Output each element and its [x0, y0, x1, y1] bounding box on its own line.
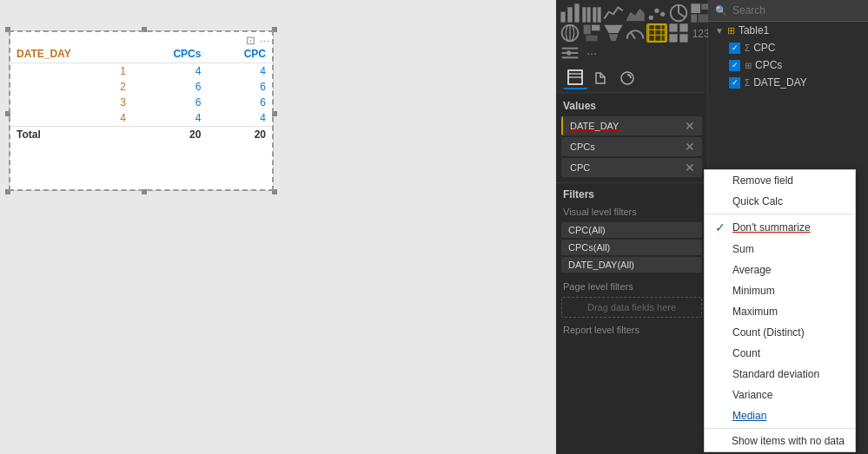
search-input[interactable]	[732, 4, 863, 16]
menu-item-variance[interactable]: Variance	[705, 385, 855, 405]
svg-rect-16	[691, 14, 697, 22]
menu-item-quick-calc[interactable]: Quick Calc	[705, 191, 855, 212]
svg-point-40	[567, 50, 571, 55]
viz-icon-funnel[interactable]	[603, 23, 624, 43]
svg-rect-35	[679, 34, 687, 42]
cell-date: 1	[10, 63, 133, 80]
field-item-cpc[interactable]: ✓ Σ CPC	[708, 39, 868, 56]
resize-handle-br[interactable]	[272, 189, 277, 194]
resize-handle-bl[interactable]	[5, 189, 10, 194]
viz-icon-filled-map[interactable]	[581, 23, 602, 43]
viz-icon-map[interactable]	[560, 23, 580, 43]
values-section-label: Values	[556, 95, 707, 115]
svg-rect-1	[567, 7, 572, 22]
svg-line-13	[679, 13, 686, 17]
viz-icon-slicer[interactable]	[560, 43, 580, 63]
svg-marker-25	[609, 34, 619, 41]
svg-rect-4	[587, 7, 591, 22]
field-item-date-day[interactable]: ✓ Σ DATE_DAY	[708, 74, 868, 91]
value-chip-date-day[interactable]: DATE_DAY ✕	[561, 116, 702, 135]
viz-icon-gauge[interactable]	[625, 23, 646, 43]
menu-label-average: Average	[732, 264, 771, 276]
viz-icon-pie[interactable]	[668, 3, 689, 23]
chip-cpc-remove[interactable]: ✕	[685, 161, 695, 174]
resize-handle-tr[interactable]	[272, 27, 277, 32]
viz-icon-matrix[interactable]	[668, 23, 689, 43]
chip-cpcs-remove[interactable]: ✕	[685, 141, 695, 153]
cell-cpc: 4	[208, 110, 273, 127]
field-checkbox-cpcs[interactable]: ✓	[729, 60, 740, 71]
visual-expand-icon[interactable]: ⊡	[246, 34, 255, 47]
resize-handle-right[interactable]	[272, 111, 277, 116]
visual-filters-label: Visual level filters	[556, 203, 707, 220]
menu-item-maximum[interactable]: Maximum	[705, 301, 855, 322]
resize-handle-top[interactable]	[142, 27, 147, 32]
cell-cpc: 6	[208, 79, 273, 95]
menu-item-show-no-data[interactable]: Show items with no data	[705, 431, 855, 451]
svg-line-26	[631, 32, 635, 39]
menu-item-count[interactable]: Count	[705, 343, 855, 364]
fields-section-table1: ▼ ⊞ Table1 ✓ Σ CPC ✓ ⊞ CPCs ✓ Σ DATE_DAY	[708, 22, 868, 91]
cell-date: 4	[10, 110, 133, 127]
report-filters-label: Report level filters	[556, 321, 707, 339]
cell-cpcs: 6	[133, 95, 209, 110]
svg-rect-0	[560, 12, 565, 23]
canvas-section: ⊡ ··· DATE_DAY CPCs CPC	[0, 0, 556, 454]
viz-icon-line[interactable]	[603, 3, 624, 23]
visual-more-icon[interactable]: ···	[260, 34, 269, 47]
menu-divider-2	[705, 428, 855, 429]
menu-label-count: Count	[732, 347, 760, 359]
svg-point-9	[654, 9, 659, 13]
menu-item-remove-field[interactable]: Remove field	[705, 170, 855, 191]
value-chip-cpcs[interactable]: CPCs ✕	[561, 137, 702, 156]
table-row: 1 4 4	[10, 63, 273, 80]
svg-rect-27	[648, 24, 666, 42]
field-checkbox-cpc[interactable]: ✓	[729, 43, 740, 54]
svg-rect-14	[691, 3, 700, 13]
svg-rect-34	[669, 34, 677, 42]
viz-icon-more[interactable]: ···	[581, 43, 602, 63]
svg-rect-21	[584, 25, 591, 35]
menu-item-stddev[interactable]: Standard deviation	[705, 364, 855, 385]
menu-item-minimum[interactable]: Minimum	[705, 280, 855, 301]
values-section: 123 ···	[556, 0, 708, 454]
filter-chip-cpcs[interactable]: CPCs(All)	[561, 240, 702, 255]
filter-chip-date[interactable]: DATE_DAY(All)	[561, 257, 702, 273]
table1-header[interactable]: ▼ ⊞ Table1	[708, 22, 868, 39]
field-name-date: DATE_DAY	[753, 76, 807, 89]
viz-icon-stacked-bar[interactable]	[560, 3, 580, 23]
resize-handle-left[interactable]	[5, 111, 10, 116]
menu-label-minimum: Minimum	[732, 285, 775, 297]
viz-icon-bar[interactable]	[581, 3, 602, 23]
cell-date: 3	[10, 95, 133, 110]
menu-label-sum: Sum	[732, 243, 754, 255]
filters-section: Filters Visual level filters CPC(All) CP…	[556, 182, 707, 339]
menu-item-count-distinct[interactable]: Count (Distinct)	[705, 322, 855, 343]
drag-placeholder: Drag data fields here	[561, 297, 702, 318]
expand-arrow-icon: ▼	[715, 26, 724, 36]
viz-icon-area[interactable]	[625, 3, 646, 23]
field-item-cpcs[interactable]: ✓ ⊞ CPCs	[708, 56, 868, 74]
cell-cpcs: 6	[133, 79, 209, 95]
menu-item-sum[interactable]: Sum	[705, 239, 855, 260]
table-row: 3 6 6	[10, 95, 273, 110]
resize-handle-tl[interactable]	[5, 27, 10, 32]
menu-item-median[interactable]: Median	[705, 405, 855, 426]
menu-item-average[interactable]: Average	[705, 260, 855, 280]
field-checkbox-date[interactable]: ✓	[729, 77, 740, 89]
analytics-tool-btn[interactable]	[615, 67, 639, 89]
filters-section-label: Filters	[556, 183, 707, 203]
search-bar: 🔍	[708, 0, 868, 22]
viz-type-icons: 123 ···	[556, 0, 707, 95]
value-chips-container: DATE_DAY ✕ CPCs ✕ CPC ✕	[556, 115, 707, 179]
fields-tool-btn[interactable]	[563, 67, 587, 89]
viz-icon-scatter[interactable]	[646, 3, 667, 23]
resize-handle-bottom[interactable]	[142, 189, 147, 194]
viz-icon-table[interactable]	[646, 23, 667, 43]
filter-chip-cpc[interactable]: CPC(All)	[561, 222, 702, 238]
menu-item-dont-summarize[interactable]: ✓ Don't summarize	[705, 216, 855, 239]
panel-tools	[560, 64, 704, 93]
chip-date-day-remove[interactable]: ✕	[685, 120, 695, 132]
format-tool-btn[interactable]	[589, 67, 613, 89]
value-chip-cpc[interactable]: CPC ✕	[561, 158, 702, 177]
